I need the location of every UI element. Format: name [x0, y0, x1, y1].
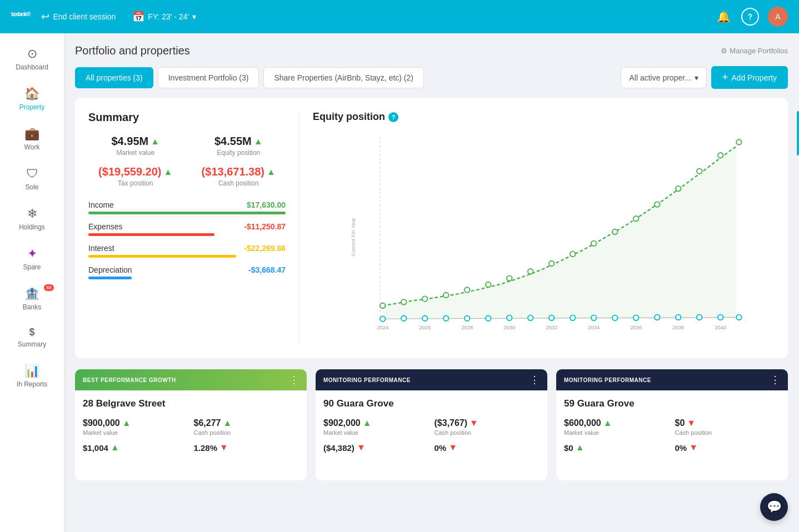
card-extra2-1: 0% ▼ — [435, 443, 540, 453]
work-icon: 💼 — [24, 127, 39, 141]
sidebar-item-sole[interactable]: 🛡 Sole — [0, 159, 64, 199]
card-extra1-2: $0 ▲ — [564, 443, 670, 453]
market-value-trend-icon-1: ▲ — [363, 418, 372, 428]
equity-info-icon[interactable]: ? — [388, 112, 398, 122]
card-header-1: MONITORING PERFORMANCE ⋮ — [316, 369, 547, 390]
extra1-trend-icon-0: ▲ — [111, 443, 119, 453]
tab-share-properties[interactable]: Share Properties (AirBnb, Stayz, etc) (2… — [263, 67, 424, 88]
sidebar-item-label: Work — [24, 143, 40, 151]
card-extra1-1: ($4,382) ▼ — [323, 443, 429, 453]
sidebar-item-label: Summary — [18, 340, 46, 348]
tab-controls: All active proper... ▾ + Add Property — [621, 66, 788, 89]
card-menu-2[interactable]: ⋮ — [770, 374, 780, 386]
sidebar-item-property[interactable]: 🏠 Property — [0, 79, 64, 119]
help-icon[interactable]: ? — [741, 8, 759, 26]
session-icon: ↩ — [41, 11, 49, 23]
cash-position-label: Cash position — [192, 179, 286, 187]
sidebar-item-summary[interactable]: $ Summary — [0, 319, 64, 356]
card-extra2-2: 0% ▼ — [675, 443, 781, 453]
sidebar-item-label: Sole — [25, 183, 38, 191]
interest-row: Interest -$22,269.86 — [88, 244, 286, 258]
app-name: taxtank — [11, 11, 27, 17]
page-header: Portfolio and properties ⚙ Manage Portfo… — [75, 44, 788, 57]
extra2-trend-icon-0: ▼ — [219, 443, 228, 453]
svg-text:2026: 2026 — [419, 324, 431, 330]
card-address-0: 28 Belgrave Street — [83, 398, 299, 409]
market-value-trend-icon: ▲ — [151, 137, 159, 147]
sole-icon: 🛡 — [26, 167, 38, 181]
card-extra1-0: $1,004 ▲ — [83, 443, 188, 453]
app-logo: taxtank® — [11, 8, 30, 26]
summary-title: Summary — [88, 111, 286, 124]
card-body-1: 90 Guara Grove $902,000 ▲ Market value (… — [316, 390, 547, 460]
end-session-button[interactable]: ↩ End client session — [41, 11, 116, 23]
sidebar-item-dashboard[interactable]: ⊙ Dashboard — [0, 39, 64, 79]
market-value-metric: $4.95M ▲ Market value — [88, 135, 183, 157]
market-value-trend-icon-0: ▲ — [122, 418, 131, 428]
sidebar-item-label: Dashboard — [16, 63, 48, 71]
svg-text:2030: 2030 — [503, 324, 515, 330]
cash-trend-icon-0: ▲ — [223, 418, 232, 428]
summary-section: Summary $4.95M ▲ Market value $4.55M ▲ E… — [88, 111, 299, 345]
depreciation-bar — [88, 277, 132, 279]
sidebar-item-spare[interactable]: ✦ Spare — [0, 239, 64, 279]
card-tag-2: MONITORING PERFORMANCE — [564, 377, 651, 383]
chat-bubble[interactable]: 💬 — [760, 493, 788, 521]
svg-point-30 — [570, 315, 576, 321]
svg-point-19 — [736, 139, 742, 145]
svg-point-24 — [443, 316, 449, 322]
income-bar — [88, 212, 286, 214]
svg-point-26 — [486, 316, 491, 322]
manage-portfolios-link[interactable]: ⚙ Manage Portfolios — [721, 47, 788, 55]
fy-selector[interactable]: 📅 FY: 23' - 24' ▾ — [132, 11, 196, 23]
tab-investment-portfolio[interactable]: Investment Portfolio (3) — [158, 67, 259, 88]
svg-point-22 — [401, 316, 407, 322]
banks-badge: 88 — [44, 284, 54, 291]
tab-all-properties[interactable]: All properties (3) — [75, 67, 153, 88]
card-menu-0[interactable]: ⋮ — [289, 374, 299, 386]
sidebar-item-label: Spare — [23, 263, 41, 271]
property-card-1: MONITORING PERFORMANCE ⋮ 90 Guara Grove … — [316, 369, 547, 480]
chevron-down-icon: ▾ — [192, 12, 196, 21]
card-market-value-1: $902,000 ▲ Market value — [323, 418, 429, 436]
sidebar-item-reports[interactable]: 📊 Ih Reports — [0, 356, 64, 396]
sidebar-item-label: Property — [19, 103, 44, 111]
tax-position-metric: ($19,559.20) ▲ Tax position — [88, 165, 183, 187]
add-property-button[interactable]: + Add Property — [711, 66, 788, 89]
topnav-right: 🔔 ? A — [715, 7, 788, 27]
summary-card: Summary $4.95M ▲ Market value $4.55M ▲ E… — [75, 98, 788, 358]
card-cash-position-0: $6,277 ▲ Cash position — [194, 418, 299, 436]
market-value: $4.95M ▲ — [88, 135, 183, 148]
property-cards: BEST PERFORMANCE GROWTH ⋮ 28 Belgrave St… — [75, 369, 788, 480]
card-market-value-2: $600,000 ▲ Market value — [564, 418, 670, 436]
reports-icon: 📊 — [24, 364, 39, 378]
scrollbar[interactable] — [797, 111, 799, 155]
svg-point-23 — [422, 316, 428, 322]
cash-position: ($13,671.38) ▲ — [192, 165, 286, 178]
svg-text:2032: 2032 — [546, 324, 557, 330]
card-cash-position-2: $0 ▼ Cash position — [675, 418, 781, 436]
card-metrics-2: $600,000 ▲ Market value $0 ▼ Cash positi… — [564, 418, 780, 436]
notification-icon[interactable]: 🔔 — [715, 8, 732, 26]
cash-position-metric: ($13,671.38) ▲ Cash position — [192, 165, 286, 187]
equity-position: $4.55M ▲ — [192, 135, 286, 148]
sidebar-item-holdings[interactable]: ❄ Holdings — [0, 199, 64, 239]
property-icon: 🏠 — [24, 87, 39, 101]
equity-chart-title: Equity position ? — [313, 111, 775, 123]
income-rows: Income $17,630.00 Expenses -$11,250.87 I… — [88, 200, 286, 279]
svg-point-8 — [507, 275, 512, 281]
sidebar: ⊙ Dashboard 🏠 Property 💼 Work 🛡 Sole ❄ H… — [0, 33, 64, 532]
market-value-trend-icon-2: ▲ — [603, 418, 612, 428]
chevron-down-icon: ▾ — [695, 73, 698, 82]
active-filter-dropdown[interactable]: All active proper... ▾ — [621, 67, 706, 88]
sidebar-item-work[interactable]: 💼 Work — [0, 119, 64, 159]
card-body-0: 28 Belgrave Street $900,000 ▲ Market val… — [75, 390, 307, 460]
card-menu-1[interactable]: ⋮ — [530, 374, 540, 386]
depreciation-row: Depreciation -$3,668.47 — [88, 265, 286, 279]
sidebar-item-banks[interactable]: 🏦 Banks 88 — [0, 279, 64, 319]
avatar[interactable]: A — [768, 7, 788, 27]
card-body-2: 59 Guara Grove $600,000 ▲ Market value $… — [556, 390, 788, 460]
card-header-0: BEST PERFORMANCE GROWTH ⋮ — [75, 369, 307, 390]
top-navigation: taxtank® ↩ End client session 📅 FY: 23' … — [0, 0, 799, 33]
card-tag-0: BEST PERFORMANCE GROWTH — [83, 377, 176, 383]
